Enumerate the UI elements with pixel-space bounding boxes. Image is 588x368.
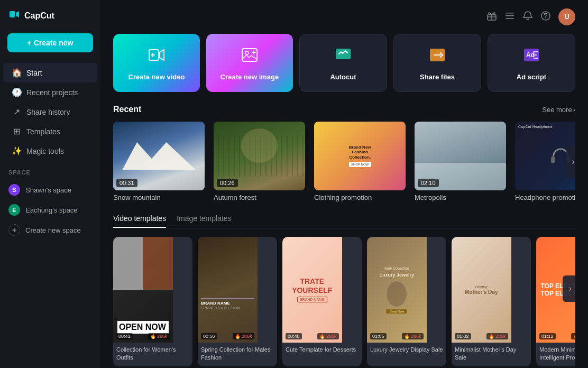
svg-rect-3 [506,15,514,16]
svg-rect-4 [506,18,514,19]
space-section-label: SPACE [0,161,100,180]
notification-icon[interactable] [522,11,533,24]
t1-likes: 🔥 286k [148,333,170,339]
sidebar-item-share-label: Share history [26,108,70,116]
t5-likes: 🔥 286k [486,333,508,339]
sidebar: CapCut + Create new 🏠 Start 🕐 Recent pro… [0,0,100,368]
svg-rect-7 [242,49,257,61]
recent-list: 00:31 Snow mountain 00:26 Autumn forest … [113,122,575,201]
metro-label: Metropolis [415,194,508,201]
recent-item-mountain[interactable]: 00:31 Snow mountain [113,122,206,201]
template-thumb-5: Happy Mother's Day 01:02 🔥 286k [452,237,511,343]
magic-icon: ✨ [12,146,21,156]
logo-icon [8,8,20,23]
clothing-label: Clothing promotion [314,194,407,201]
share-files-label: Share files [420,73,455,81]
forest-thumb: 00:26 [214,122,305,190]
forest-duration: 00:26 [217,179,238,187]
logo: CapCut [0,8,100,33]
sidebar-item-share-history[interactable]: ↗ Share history [3,102,97,122]
t3-duration: 00:48 [286,333,302,339]
recent-next-arrow[interactable]: › [566,146,575,178]
mountain-duration: 00:31 [116,179,137,187]
template-item-2[interactable]: BRAND NAMESPRING COLLECTION 00:56 🔥 286k… [198,237,277,366]
sidebar-item-magic-tools[interactable]: ✨ Magic tools [3,141,97,161]
create-new-button[interactable]: + Create new [7,33,93,52]
shawn-space-label: Shawn's space [25,186,71,194]
new-video-label: Create new video [128,73,185,81]
template-item-4[interactable]: New Collection Luxury Jewelry Shop Now 0… [367,237,446,366]
sidebar-item-templates[interactable]: ⊞ Templates [3,122,97,141]
main-content: U Create new video [100,0,588,368]
space-item-new-space[interactable]: + Create new space [0,220,100,240]
quick-actions: Create new video Create new image Au [113,34,575,92]
share-icon: ↗ [12,107,21,117]
svg-rect-2 [506,13,514,14]
create-new-image-card[interactable]: Create new image [206,34,293,92]
sidebar-item-recent-label: Recent projects [26,88,78,97]
menu-icon[interactable] [504,11,515,24]
headphone-label: Headphone promotion [515,194,575,201]
see-more-link[interactable]: See more › [542,106,575,114]
t6-duration: 01:12 [539,333,556,339]
svg-rect-0 [10,11,15,17]
template-thumb-1: OPEN NOW in Spring 00:41 🔥 286k [113,237,173,343]
sidebar-item-start-label: Start [26,69,42,77]
autocut-label: Autocut [330,73,356,81]
t6-label: Modern Minimalist Intelligent Product Pr… [536,343,575,366]
gift-icon[interactable] [486,11,497,24]
space-item-eachung[interactable]: E Eachung's space [0,200,100,220]
svg-point-8 [245,51,249,54]
template-thumb-2: BRAND NAMESPRING COLLECTION 00:56 🔥 286k [198,237,258,343]
recent-item-metro[interactable]: 02:10 Metropolis [415,122,508,201]
template-tabs: Video templates Image templates [113,214,575,228]
new-video-icon [147,45,166,69]
autocut-icon [334,45,353,69]
recent-section-header: Recent See more › [113,105,575,114]
sidebar-item-start[interactable]: 🏠 Start [3,63,97,82]
tab-image-templates[interactable]: Image templates [177,214,232,228]
metro-thumb: 02:10 [415,122,506,190]
t3-label: Cute Template for Desserts [282,343,362,358]
logo-text: CapCut [24,11,54,21]
shawn-avatar: S [8,184,20,196]
grid-icon: ⊞ [12,126,21,136]
t4-label: Luxury Jewelry Display Sale [367,343,446,358]
avatar-initials: U [565,13,569,21]
template-item-1[interactable]: OPEN NOW in Spring 00:41 🔥 286k Collecti… [113,237,192,366]
recent-item-clothing[interactable]: Brand NewFashionCollection. SHOP NOW Clo… [314,122,407,201]
recent-title: Recent [113,105,141,114]
template-thumb-4: New Collection Luxury Jewelry Shop Now 0… [367,237,427,343]
sidebar-item-magic-label: Magic tools [26,147,64,155]
user-avatar[interactable]: U [558,8,575,25]
create-new-video-card[interactable]: Create new video [113,34,200,92]
t4-likes: 🔥 286k [402,333,424,339]
ad-script-label: Ad script [517,73,546,81]
template-grid: OPEN NOW in Spring 00:41 🔥 286k Collecti… [113,237,575,366]
t1-label: Collection for Women's Outfits [113,343,192,366]
autocut-card[interactable]: Autocut [299,34,387,92]
t4-duration: 01:05 [370,333,387,339]
t3-likes: 🔥 286k [317,333,339,339]
t5-label: Minimalist Mother's Day Sale [452,343,531,366]
new-image-label: Create new image [221,73,279,81]
template-item-5[interactable]: Happy Mother's Day 01:02 🔥 286k Minimali… [452,237,531,366]
tab-video-templates[interactable]: Video templates [113,214,166,228]
sidebar-item-recent[interactable]: 🕐 Recent projects [3,82,97,102]
clothing-thumb: Brand NewFashionCollection. SHOP NOW [314,122,406,190]
help-icon[interactable] [540,11,551,24]
template-item-3[interactable]: TRATEYOURSELF BRAND NAME 00:48 🔥 286k Cu… [282,237,362,366]
share-files-card[interactable]: Share files [393,34,481,92]
recent-item-forest[interactable]: 00:26 Autumn forest [214,122,307,201]
space-item-shawn[interactable]: S Shawn's space [0,180,100,200]
t2-duration: 00:56 [201,333,217,339]
ad-script-card[interactable]: Ad Ad script [488,34,575,92]
eachung-avatar: E [8,204,20,216]
svg-rect-13 [551,156,555,163]
clock-icon: 🕐 [12,87,21,97]
t1-duration: 00:41 [116,333,133,339]
t2-likes: 🔥 286k [233,333,254,339]
t2-label: Spring Collection for Males' Fashion [198,343,277,366]
new-space-label: Create new space [25,226,81,234]
template-next-arrow[interactable]: › [563,275,575,302]
